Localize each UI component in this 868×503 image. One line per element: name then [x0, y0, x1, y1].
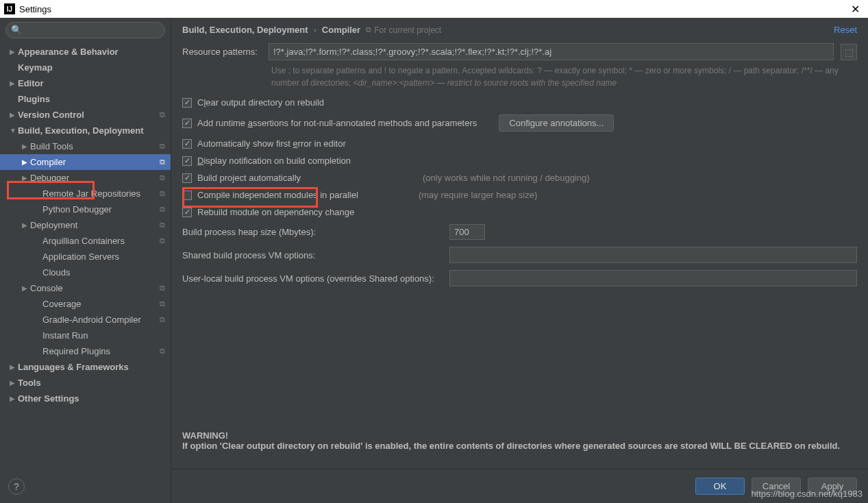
project-icon: ⧉	[160, 189, 165, 198]
sidebar-item-tools[interactable]: ▶Tools	[0, 375, 171, 391]
resource-patterns-input[interactable]	[269, 43, 834, 60]
ok-button[interactable]: OK	[695, 478, 745, 495]
sidebar-item-label: Build Tools	[30, 141, 73, 151]
close-icon[interactable]: ✕	[847, 3, 864, 16]
sidebar-item-remote-jar-repositories[interactable]: Remote Jar Repositories⧉	[0, 186, 171, 201]
project-icon: ⧉	[160, 221, 165, 230]
sidebar-item-languages-frameworks[interactable]: ▶Languages & Frameworks	[0, 359, 171, 375]
autobuild-label: Build project automatically	[197, 173, 301, 183]
settings-tree: ▶Appearance & BehaviorKeymap▶EditorPlugi…	[0, 42, 171, 503]
project-icon: ⧉	[160, 284, 165, 293]
sidebar-item-plugins[interactable]: Plugins	[0, 91, 171, 107]
sidebar-item-deployment[interactable]: ▶Deployment⧉	[0, 217, 171, 233]
clear-output-checkbox[interactable]	[182, 98, 192, 108]
sidebar-item-arquillian-containers[interactable]: Arquillian Containers⧉	[0, 233, 171, 249]
sidebar-item-compiler[interactable]: ▶Compiler⧉	[0, 154, 171, 170]
arrow-icon: ▶	[22, 221, 30, 229]
arrow-icon: ▶	[10, 111, 18, 119]
expand-button[interactable]: ⬚	[841, 44, 857, 60]
runtime-assertions-checkbox[interactable]	[182, 119, 192, 128]
arrow-icon: ▼	[10, 127, 18, 134]
sidebar-item-label: Plugins	[18, 94, 50, 104]
search-input[interactable]	[5, 22, 165, 38]
sidebar-item-label: Keymap	[18, 62, 53, 73]
apply-button[interactable]: Apply	[808, 478, 857, 495]
sidebar-item-label: Appearance & Behavior	[18, 47, 119, 57]
shared-vm-label: Shared build process VM options:	[182, 250, 443, 260]
sidebar-item-clouds[interactable]: Clouds	[0, 265, 171, 280]
sidebar-item-label: Remote Jar Repositories	[42, 188, 140, 199]
cancel-button[interactable]: Cancel	[752, 478, 801, 495]
sidebar-item-required-plugins[interactable]: Required Plugins⧉	[0, 343, 171, 359]
runtime-assertions-label: Add runtime assertions for not-null-anno…	[197, 118, 477, 128]
sidebar-item-label: Coverage	[42, 299, 81, 309]
sidebar-item-label: Required Plugins	[42, 346, 110, 356]
sidebar-item-coverage[interactable]: Coverage⧉	[0, 296, 171, 312]
arrow-icon: ▶	[10, 79, 18, 87]
sidebar-item-console[interactable]: ▶Console⧉	[0, 280, 171, 296]
heap-size-label: Build process heap size (Mbytes):	[182, 227, 443, 237]
reset-link[interactable]: Reset	[834, 25, 857, 35]
sidebar-item-instant-run[interactable]: Instant Run	[0, 328, 171, 343]
user-vm-input[interactable]	[449, 270, 857, 286]
sidebar-item-build-tools[interactable]: ▶Build Tools⧉	[0, 138, 171, 154]
parallel-note: (may require larger heap size)	[419, 190, 537, 200]
sidebar-item-other-settings[interactable]: ▶Other Settings	[0, 391, 171, 406]
project-icon: ⧉	[160, 236, 165, 245]
sidebar-item-debugger[interactable]: ▶Debugger⧉	[0, 170, 171, 186]
sidebar-item-label: Console	[30, 283, 63, 293]
sidebar-item-keymap[interactable]: Keymap	[0, 60, 171, 75]
sidebar-item-label: Tools	[18, 378, 41, 388]
arrow-icon: ▶	[22, 143, 30, 150]
breadcrumb-sep: ›	[313, 25, 316, 35]
shared-vm-input[interactable]	[449, 247, 857, 263]
window-title: Settings	[19, 4, 51, 14]
project-icon: ⧉	[160, 158, 165, 167]
sidebar-item-label: Gradle-Android Compiler	[42, 315, 141, 325]
app-icon: IJ	[4, 3, 15, 14]
warning-text: WARNING! If option 'Clear output directo…	[182, 430, 857, 451]
project-icon: ⧉	[160, 299, 165, 308]
notify-build-label: Display notification on build completion	[197, 156, 351, 166]
sidebar-item-python-debugger[interactable]: Python Debugger⧉	[0, 201, 171, 217]
sidebar-item-appearance-behavior[interactable]: ▶Appearance & Behavior	[0, 44, 171, 60]
arrow-icon: ▶	[22, 174, 30, 182]
sidebar-item-editor[interactable]: ▶Editor	[0, 75, 171, 91]
resource-patterns-hint: Use ; to separate patterns and ! to nega…	[182, 64, 857, 89]
arrow-icon: ▶	[22, 158, 30, 166]
sidebar-item-gradle-android-compiler[interactable]: Gradle-Android Compiler⧉	[0, 312, 171, 328]
breadcrumb-note: For current project	[374, 25, 441, 35]
arrow-icon: ▶	[22, 284, 30, 292]
search-icon: 🔍	[11, 25, 22, 35]
sidebar-item-label: Compiler	[30, 157, 66, 167]
sidebar-item-build-execution-deployment[interactable]: ▼Build, Execution, Deployment	[0, 123, 171, 138]
first-error-label: Automatically show first error in editor	[197, 138, 346, 149]
rebuild-dep-label: Rebuild module on dependency change	[197, 207, 354, 217]
project-icon: ⧉	[160, 142, 165, 151]
breadcrumb-part2: Compiler	[322, 25, 360, 35]
sidebar-item-version-control[interactable]: ▶Version Control⧉	[0, 107, 171, 123]
project-icon: ⧉	[366, 25, 371, 34]
arrow-icon: ▶	[10, 363, 18, 371]
project-icon: ⧉	[160, 173, 165, 182]
project-icon: ⧉	[160, 110, 165, 119]
sidebar-item-label: Other Settings	[18, 393, 79, 404]
sidebar-item-application-servers[interactable]: Application Servers	[0, 249, 171, 265]
user-vm-label: User-local build process VM options (ove…	[182, 273, 443, 284]
help-button[interactable]: ?	[8, 478, 25, 495]
notify-build-checkbox[interactable]	[182, 156, 192, 166]
sidebar-item-label: Instant Run	[42, 330, 88, 341]
heap-size-input[interactable]	[449, 224, 485, 240]
project-icon: ⧉	[160, 205, 165, 214]
sidebar-item-label: Python Debugger	[42, 204, 112, 214]
configure-annotations-button[interactable]: Configure annotations...	[499, 114, 614, 132]
sidebar-item-label: Clouds	[42, 267, 70, 278]
autobuild-checkbox[interactable]	[182, 173, 192, 183]
first-error-checkbox[interactable]	[182, 139, 192, 149]
sidebar-item-label: Languages & Frameworks	[18, 362, 129, 372]
rebuild-dep-checkbox[interactable]	[182, 208, 192, 217]
sidebar-item-label: Version Control	[18, 110, 84, 120]
parallel-checkbox[interactable]	[182, 191, 192, 200]
arrow-icon: ▶	[10, 379, 18, 387]
sidebar-item-label: Build, Execution, Deployment	[18, 125, 143, 136]
